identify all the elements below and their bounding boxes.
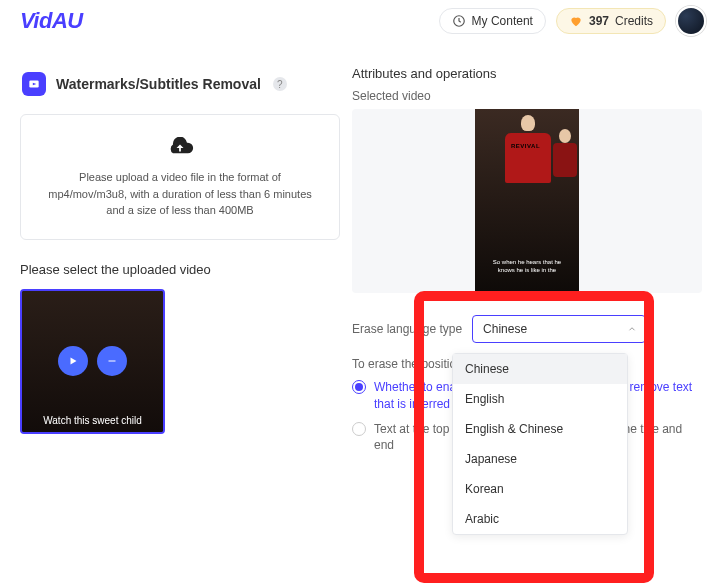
language-select[interactable]: Chinese xyxy=(472,315,646,343)
credits-label: Credits xyxy=(615,14,653,28)
app-header: VidAU My Content 397 Credits xyxy=(0,0,720,42)
left-column: Watermarks/Subtitles Removal ? Please up… xyxy=(20,52,340,454)
radio-icon-unchecked xyxy=(352,422,366,436)
preview-caption: So when he hears that he knows he is lik… xyxy=(475,259,579,275)
video-thumbnail[interactable]: Watch this sweet child xyxy=(20,289,165,434)
svg-rect-4 xyxy=(109,361,116,362)
right-column: Attributes and operations Selected video… xyxy=(340,52,720,454)
language-option[interactable]: Chinese xyxy=(453,354,627,384)
header-actions: My Content 397 Credits xyxy=(439,6,706,36)
credits-button[interactable]: 397 Credits xyxy=(556,8,666,34)
chevron-up-icon xyxy=(627,324,637,334)
language-row: Erase language type Chinese xyxy=(352,315,702,343)
heart-icon xyxy=(569,14,583,28)
preview-shirt-text: REVIVAL xyxy=(511,143,540,149)
attributes-title: Attributes and operations xyxy=(352,66,702,81)
upload-instructions: Please upload a video file in the format… xyxy=(39,169,321,219)
radio-icon-checked xyxy=(352,380,366,394)
my-content-label: My Content xyxy=(472,14,533,28)
selected-video-label: Selected video xyxy=(352,89,702,103)
feature-title: Watermarks/Subtitles Removal xyxy=(56,76,261,92)
main-layout: Watermarks/Subtitles Removal ? Please up… xyxy=(0,42,720,454)
svg-marker-3 xyxy=(70,358,76,365)
language-option[interactable]: English xyxy=(453,384,627,414)
video-preview-content: REVIVAL So when he hears that he knows h… xyxy=(475,109,579,293)
clock-icon xyxy=(452,14,466,28)
cloud-upload-icon xyxy=(166,137,194,159)
erase-language-label: Erase language type xyxy=(352,322,462,336)
upload-zone[interactable]: Please upload a video file in the format… xyxy=(20,114,340,240)
language-option[interactable]: Korean xyxy=(453,474,627,504)
watermark-feature-icon xyxy=(22,72,46,96)
preview-person-1: REVIVAL xyxy=(505,115,551,185)
brand-logo[interactable]: VidAU xyxy=(20,8,83,34)
remove-button[interactable] xyxy=(97,346,127,376)
video-preview: REVIVAL So when he hears that he knows h… xyxy=(352,109,702,293)
language-dropdown[interactable]: ChineseEnglishEnglish & ChineseJapaneseK… xyxy=(452,353,628,535)
play-icon xyxy=(67,355,79,367)
thumbnail-caption: Watch this sweet child xyxy=(22,415,163,426)
info-icon[interactable]: ? xyxy=(273,77,287,91)
play-button[interactable] xyxy=(58,346,88,376)
language-option[interactable]: Japanese xyxy=(453,444,627,474)
select-uploaded-label: Please select the uploaded video xyxy=(20,262,340,277)
language-option[interactable]: Arabic xyxy=(453,504,627,534)
video-thumbnail-bg xyxy=(22,291,163,432)
my-content-button[interactable]: My Content xyxy=(439,8,546,34)
preview-person-2 xyxy=(553,129,577,179)
language-select-value: Chinese xyxy=(483,322,527,336)
language-option[interactable]: English & Chinese xyxy=(453,414,627,444)
feature-header: Watermarks/Subtitles Removal ? xyxy=(22,72,340,96)
credits-count: 397 xyxy=(589,14,609,28)
avatar[interactable] xyxy=(676,6,706,36)
minus-icon xyxy=(106,355,118,367)
